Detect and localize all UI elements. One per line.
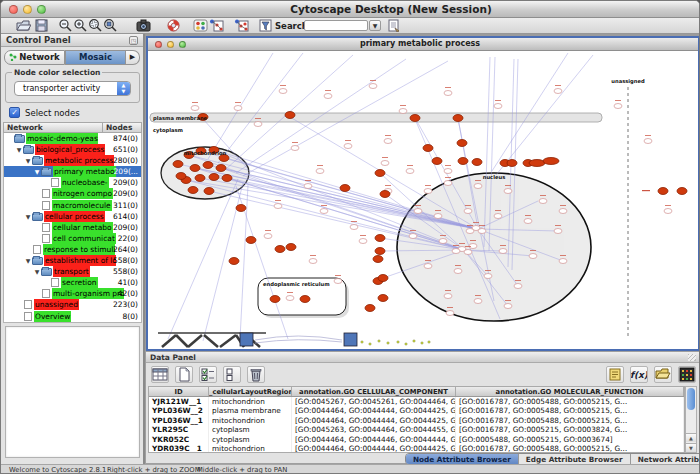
unselect-attributes-icon[interactable] bbox=[223, 366, 241, 383]
table-row[interactable]: YKR052Ccytoplasm[GO:0044464, GO:0044446,… bbox=[149, 435, 684, 444]
column-header[interactable]: _cellularLayoutRegion bbox=[209, 387, 292, 396]
highlighted-node[interactable] bbox=[209, 174, 219, 181]
network-canvas[interactable]: plasma membranecytoplasmmitochondrionnuc… bbox=[148, 51, 698, 349]
zoom-fit-icon[interactable] bbox=[88, 19, 103, 32]
tree-row[interactable]: nitrogen compo209(0) bbox=[4, 188, 141, 199]
close-icon[interactable] bbox=[9, 5, 18, 14]
disclosure-expanded-icon[interactable]: ▼ bbox=[15, 144, 23, 155]
tree-row[interactable]: ▼biological_process651(0) bbox=[4, 144, 141, 155]
highlighted-node[interactable] bbox=[375, 248, 385, 255]
tree-row[interactable]: cellular metabo209(0) bbox=[4, 222, 141, 233]
highlighted-node[interactable] bbox=[378, 275, 388, 282]
open-session-icon[interactable] bbox=[16, 19, 31, 32]
disclosure-expanded-icon[interactable]: ▼ bbox=[24, 211, 32, 222]
data-panel-titlebar[interactable]: Data Panel bbox=[146, 352, 699, 363]
select-nodes-checkbox[interactable]: ✓ bbox=[9, 107, 20, 118]
tree-col-network[interactable]: Network bbox=[4, 123, 103, 132]
highlighted-node[interactable] bbox=[270, 296, 280, 303]
tree-row[interactable]: ▼establishment of lo558(0) bbox=[4, 255, 141, 266]
tree-col-nodes[interactable]: Nodes bbox=[103, 123, 135, 132]
tree-row[interactable]: mosaic-demo-yeast874(0) bbox=[4, 133, 141, 144]
highlighted-node[interactable] bbox=[176, 173, 186, 180]
tree-row[interactable]: macromolecule311(0) bbox=[4, 200, 141, 211]
column-header[interactable]: annotation.GO CELLULAR_COMPONENT bbox=[292, 387, 456, 396]
highlighted-node[interactable] bbox=[380, 191, 390, 198]
highlighted-node[interactable] bbox=[373, 256, 383, 263]
scroll-down-icon[interactable]: ▼ bbox=[686, 443, 696, 452]
highlighted-node[interactable] bbox=[340, 185, 350, 192]
highlighted-node[interactable] bbox=[432, 158, 442, 165]
highlighted-node[interactable] bbox=[203, 162, 213, 169]
attribute-matrix-icon[interactable] bbox=[678, 366, 696, 383]
highlighted-node[interactable] bbox=[507, 160, 517, 167]
disclosure-expanded-icon[interactable]: ▼ bbox=[33, 166, 41, 177]
snapshot-icon[interactable] bbox=[136, 19, 151, 32]
tab-node-attribute-browser[interactable]: Node Attribute Browser bbox=[406, 454, 519, 464]
table-row[interactable]: YPL036W__1mitochondrion[GO:0044464, GO:0… bbox=[149, 416, 684, 425]
table-row[interactable]: YPL036W__2plasma membrane[GO:0044464, GO… bbox=[149, 406, 684, 415]
highlighted-node[interactable] bbox=[375, 235, 385, 242]
table-row[interactable]: YLR295Ccytoplasm[GO:0045263, GO:0044464,… bbox=[149, 425, 684, 434]
birdseye-view-panel[interactable] bbox=[5, 326, 140, 458]
tree-row[interactable]: ▼cellular process614(0) bbox=[4, 211, 141, 222]
function-builder-icon[interactable]: f(x) bbox=[630, 366, 648, 383]
highlighted-node[interactable] bbox=[229, 258, 239, 265]
attribute-table-icon[interactable] bbox=[151, 366, 169, 383]
tab-edge-attribute-browser[interactable]: Edge Attribute Browser bbox=[519, 454, 631, 464]
highlighted-node[interactable] bbox=[423, 145, 433, 152]
help-icon[interactable] bbox=[166, 19, 181, 32]
tree-row[interactable]: ▼metabolic process280(0) bbox=[4, 155, 141, 166]
highlighted-node[interactable] bbox=[190, 165, 200, 172]
zoom-out-icon[interactable] bbox=[58, 19, 73, 32]
highlighted-node[interactable] bbox=[246, 237, 256, 244]
highlighted-node[interactable] bbox=[365, 305, 375, 312]
delete-attribute-icon[interactable] bbox=[247, 366, 265, 383]
column-header[interactable]: annotation.GO MOLECULAR_FUNCTION bbox=[456, 387, 684, 396]
highlighted-node[interactable] bbox=[300, 296, 310, 303]
tab-network-attribute-browser[interactable]: Network Attribute Browser bbox=[631, 454, 700, 464]
highlighted-node[interactable] bbox=[472, 159, 482, 166]
highlighted-node[interactable] bbox=[529, 160, 545, 167]
highlighted-node[interactable] bbox=[222, 175, 232, 182]
table-row[interactable]: YDR039C__1mitochondrion[GO:0044464, GO:0… bbox=[149, 444, 684, 453]
search-dropdown-icon[interactable]: ▼ bbox=[369, 20, 381, 31]
highlighted-node[interactable] bbox=[677, 188, 687, 195]
network-view-titlebar[interactable]: primary metabolic process bbox=[148, 38, 698, 51]
highlighted-node[interactable] bbox=[410, 115, 420, 122]
tree-row[interactable]: cell communicat22(0) bbox=[4, 233, 141, 244]
tree-row[interactable]: multi-organism pro42(0) bbox=[4, 288, 141, 299]
annotation-icon[interactable] bbox=[386, 19, 401, 32]
search-input[interactable] bbox=[304, 20, 368, 31]
highlighted-node[interactable] bbox=[453, 115, 463, 122]
annotation-note-icon[interactable] bbox=[606, 366, 624, 383]
resize-grip-icon[interactable] bbox=[688, 354, 696, 361]
highlighted-node[interactable] bbox=[204, 188, 214, 195]
attribute-table-header[interactable]: ID_cellularLayoutRegionannotation.GO CEL… bbox=[149, 387, 684, 397]
tree-row[interactable]: ▼primary metabo209(... bbox=[4, 166, 141, 177]
minimize-icon[interactable] bbox=[23, 5, 32, 14]
table-row[interactable]: YJR121W__1mitochondrion[GO:0045267, GO:0… bbox=[149, 397, 684, 406]
zoom-selected-region-icon[interactable] bbox=[103, 19, 118, 32]
highlighted-node[interactable] bbox=[458, 158, 468, 165]
tab-mosaic[interactable]: Mosaic bbox=[65, 50, 126, 65]
tab-network[interactable]: Network bbox=[4, 50, 65, 65]
scrollbar-thumb[interactable] bbox=[687, 388, 695, 410]
import-attributes-icon[interactable] bbox=[654, 366, 672, 383]
float-panel-icon[interactable]: ◳ bbox=[129, 36, 138, 45]
tree-row[interactable]: Overview8(0) bbox=[4, 311, 141, 322]
select-attributes-icon[interactable] bbox=[199, 366, 217, 383]
tree-row[interactable]: response to stimulu264(0) bbox=[4, 244, 141, 255]
tree-row[interactable]: ▼transport558(0) bbox=[4, 266, 141, 277]
highlighted-node[interactable] bbox=[543, 158, 559, 165]
scroll-up-icon[interactable]: ▲ bbox=[686, 433, 696, 442]
vizmapper-edit-icon[interactable] bbox=[234, 19, 249, 32]
highlighted-node[interactable] bbox=[188, 187, 198, 194]
highlighted-node[interactable] bbox=[378, 295, 388, 302]
zoom-in-icon[interactable] bbox=[73, 19, 88, 32]
node-color-dropdown[interactable]: transporter activity ▲▼ bbox=[14, 81, 131, 96]
highlighted-node[interactable] bbox=[236, 205, 246, 212]
vizmapper-icon[interactable] bbox=[209, 19, 224, 32]
highlighted-node[interactable] bbox=[275, 246, 285, 253]
node-colors-icon[interactable] bbox=[193, 19, 208, 32]
new-attribute-icon[interactable] bbox=[175, 366, 193, 383]
